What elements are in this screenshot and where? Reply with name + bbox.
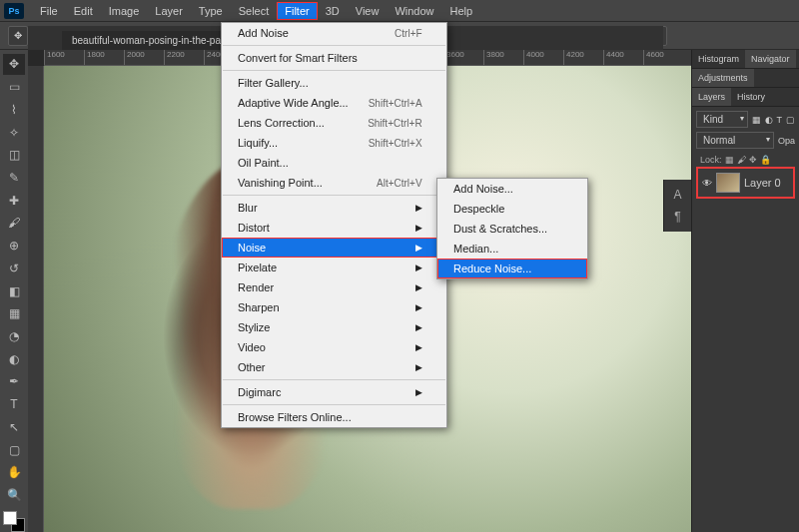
lock-label: Lock: — [700, 155, 722, 165]
move-tool[interactable]: ✥ — [3, 54, 25, 75]
blend-mode-dropdown[interactable]: Normal — [696, 132, 774, 149]
filter-wide-angle[interactable]: Adaptive Wide Angle...Shift+Ctrl+A — [222, 93, 446, 113]
filter-browse[interactable]: Browse Filters Online... — [222, 407, 446, 427]
pen-tool[interactable]: ✒ — [3, 371, 25, 392]
filter-render[interactable]: Render▶ — [222, 277, 446, 297]
filter-menu-dropdown: Add NoiseCtrl+F Convert for Smart Filter… — [221, 22, 447, 428]
layers-panel: Kind ▦ ◐ T ▢ Normal Opa Lock: ▦ 🖌 ✥ 🔒 👁 … — [692, 107, 799, 203]
noise-dust[interactable]: Dust & Scratches... — [437, 219, 587, 239]
path-tool[interactable]: ↖ — [3, 417, 25, 438]
filter-gallery[interactable]: Filter Gallery... — [222, 73, 446, 93]
menu-layer[interactable]: Layer — [147, 2, 191, 20]
filter-oil[interactable]: Oil Paint... — [222, 153, 446, 173]
lock-position-icon[interactable]: ✥ — [749, 155, 757, 165]
filter-vanish[interactable]: Vanishing Point...Alt+Ctrl+V — [222, 173, 446, 193]
brush-tool[interactable]: 🖌 — [3, 213, 25, 234]
tab-histogram[interactable]: Histogram — [692, 50, 745, 68]
filter-lens[interactable]: Lens Correction...Shift+Ctrl+R — [222, 113, 446, 133]
tab-layers[interactable]: Layers — [692, 88, 731, 106]
filter-liquify[interactable]: Liquify...Shift+Ctrl+X — [222, 133, 446, 153]
noise-reduce[interactable]: Reduce Noise... — [437, 259, 587, 278]
lasso-tool[interactable]: ⌇ — [3, 99, 25, 120]
layer-filter-kind[interactable]: Kind — [696, 111, 748, 128]
tab-history[interactable]: History — [731, 88, 771, 106]
lock-transparency-icon[interactable]: ▦ — [725, 155, 734, 165]
filter-type-icon[interactable]: T — [777, 115, 783, 125]
filter-adjust-icon[interactable]: ◐ — [765, 115, 773, 125]
filter-pixelate[interactable]: Pixelate▶ — [222, 258, 446, 277]
magic-wand-tool[interactable]: ✧ — [3, 122, 25, 143]
filter-noise[interactable]: Noise▶ — [222, 238, 446, 258]
menu-bar: Ps File Edit Image Layer Type Select Fil… — [0, 0, 799, 22]
tools-panel: ✥ ▭ ⌇ ✧ ◫ ✎ ✚ 🖌 ⊕ ↺ ◧ ▦ ◔ ◐ ✒ T ↖ ▢ ✋ 🔍 — [0, 50, 28, 532]
menu-type[interactable]: Type — [191, 2, 231, 20]
app-logo: Ps — [4, 3, 24, 19]
layer-visibility-icon[interactable]: 👁 — [702, 178, 712, 189]
menu-image[interactable]: Image — [101, 2, 148, 20]
collapsed-panel-dock: A ¶ — [663, 180, 691, 232]
zoom-tool[interactable]: 🔍 — [3, 485, 25, 506]
noise-despeckle[interactable]: Despeckle — [437, 199, 587, 219]
opacity-label: Opa — [778, 136, 795, 146]
marquee-tool[interactable]: ▭ — [3, 77, 25, 98]
character-panel-icon[interactable]: A — [673, 188, 681, 202]
healing-tool[interactable]: ✚ — [3, 190, 25, 211]
menu-edit[interactable]: Edit — [66, 2, 101, 20]
move-tool-icon[interactable]: ✥ — [8, 26, 28, 46]
history-brush-tool[interactable]: ↺ — [3, 258, 25, 278]
hand-tool[interactable]: ✋ — [3, 462, 25, 483]
menu-file[interactable]: File — [32, 2, 66, 20]
menu-help[interactable]: Help — [442, 2, 481, 20]
crop-tool[interactable]: ◫ — [3, 145, 25, 166]
menu-window[interactable]: Window — [387, 2, 441, 20]
eraser-tool[interactable]: ◧ — [3, 280, 25, 301]
dodge-tool[interactable]: ◐ — [3, 348, 25, 369]
filter-digimarc[interactable]: Digimarc▶ — [222, 382, 446, 402]
menu-select[interactable]: Select — [231, 2, 278, 20]
gradient-tool[interactable]: ▦ — [3, 303, 25, 324]
filter-stylize[interactable]: Stylize▶ — [222, 317, 446, 337]
layer-thumbnail[interactable] — [716, 173, 740, 193]
filter-smart[interactable]: Convert for Smart Filters — [222, 48, 446, 68]
filter-pixel-icon[interactable]: ▦ — [752, 115, 761, 125]
filter-blur[interactable]: Blur▶ — [222, 198, 446, 218]
lock-pixels-icon[interactable]: 🖌 — [737, 155, 746, 165]
filter-last[interactable]: Add NoiseCtrl+F — [222, 23, 446, 43]
lock-all-icon[interactable]: 🔒 — [760, 155, 771, 165]
tab-navigator[interactable]: Navigator — [745, 50, 796, 68]
foreground-background-colors[interactable] — [3, 511, 25, 532]
filter-sharpen[interactable]: Sharpen▶ — [222, 297, 446, 317]
layer-row-0[interactable]: 👁 Layer 0 — [696, 167, 795, 199]
tab-adjustments[interactable]: Adjustments — [692, 69, 754, 87]
panel-dock: Histogram Navigator Adjustments Layers H… — [691, 50, 799, 532]
ruler-vertical — [28, 66, 44, 532]
filter-video[interactable]: Video▶ — [222, 337, 446, 357]
layer-name[interactable]: Layer 0 — [744, 177, 781, 189]
eyedropper-tool[interactable]: ✎ — [3, 168, 25, 189]
filter-shape-icon[interactable]: ▢ — [786, 115, 795, 125]
blur-tool[interactable]: ◔ — [3, 326, 25, 347]
noise-submenu: Add Noise... Despeckle Dust & Scratches.… — [436, 178, 588, 279]
type-tool[interactable]: T — [3, 394, 25, 415]
clone-tool[interactable]: ⊕ — [3, 236, 25, 257]
shape-tool[interactable]: ▢ — [3, 439, 25, 460]
noise-add[interactable]: Add Noise... — [437, 179, 587, 199]
menu-filter[interactable]: Filter — [277, 2, 317, 20]
noise-median[interactable]: Median... — [437, 239, 587, 259]
menu-3d[interactable]: 3D — [318, 2, 348, 20]
menu-view[interactable]: View — [348, 2, 388, 20]
filter-other[interactable]: Other▶ — [222, 357, 446, 377]
paragraph-panel-icon[interactable]: ¶ — [674, 210, 680, 224]
filter-distort[interactable]: Distort▶ — [222, 218, 446, 238]
